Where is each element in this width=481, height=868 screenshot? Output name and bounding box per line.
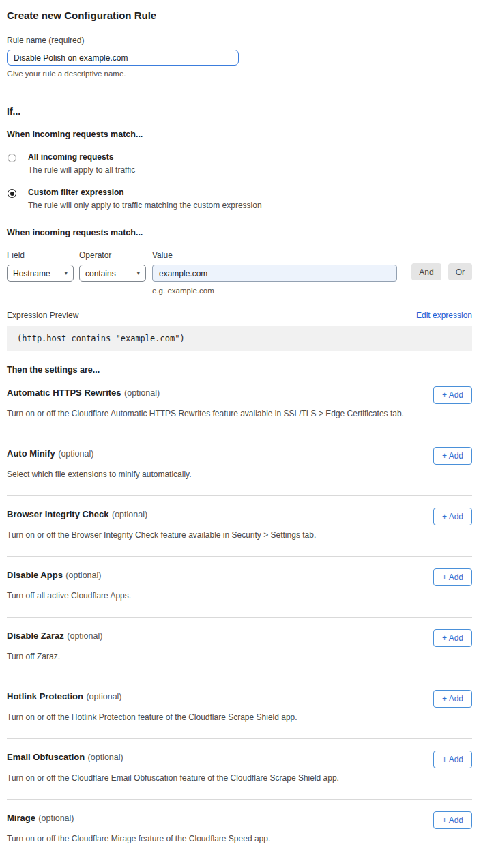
setting-description: Turn on or off the Hotlink Protection fe…: [7, 712, 472, 722]
setting-optional-tag: (optional): [38, 813, 74, 823]
add-setting-button[interactable]: + Add: [433, 447, 472, 465]
setting-optional-tag: (optional): [88, 753, 123, 762]
setting-row: Auto Minify (optional) + Add Select whic…: [7, 435, 472, 495]
setting-description: Turn on or off the Cloudflare Email Obfu…: [7, 773, 472, 783]
setting-row: Disable Apps (optional) + Add Turn off a…: [7, 557, 472, 617]
setting-optional-tag: (optional): [112, 510, 147, 519]
add-setting-button[interactable]: + Add: [433, 386, 472, 404]
expression-preview-header: Expression Preview Edit expression: [7, 310, 472, 320]
add-setting-button[interactable]: + Add: [433, 690, 472, 708]
setting-row: Browser Integrity Check (optional) + Add…: [7, 496, 472, 556]
setting-row: Email Obfuscation (optional) + Add Turn …: [7, 739, 472, 799]
setting-description: Select which file extensions to minify a…: [7, 469, 472, 479]
setting-optional-tag: (optional): [65, 570, 101, 580]
incoming-requests-match-heading: When incoming requests match...: [7, 130, 472, 139]
setting-optional-tag: (optional): [58, 449, 93, 459]
setting-name: Disable Zaraz: [7, 631, 64, 641]
field-select[interactable]: Hostname ▾: [7, 265, 74, 282]
chevron-down-icon: ▾: [136, 270, 140, 276]
value-helper: e.g. example.com: [152, 287, 397, 295]
value-label: Value: [152, 250, 397, 260]
setting-description: Turn off Zaraz.: [7, 652, 472, 661]
expression-preview-label: Expression Preview: [7, 310, 78, 320]
radio-custom-filter-expression[interactable]: Custom filter expression The rule will o…: [7, 188, 472, 210]
chevron-down-icon: ▾: [64, 270, 68, 276]
setting-row: Hotlink Protection (optional) + Add Turn…: [7, 678, 472, 738]
add-setting-button[interactable]: + Add: [433, 508, 472, 525]
setting-name: Browser Integrity Check: [7, 509, 109, 519]
or-button[interactable]: Or: [448, 263, 472, 280]
operator-select-value: contains: [85, 269, 116, 278]
radio-label: All incoming requests: [28, 152, 135, 162]
add-setting-button[interactable]: + Add: [433, 568, 472, 586]
rule-name-label: Rule name (required): [7, 35, 472, 45]
add-setting-button[interactable]: + Add: [433, 751, 472, 768]
edit-expression-link[interactable]: Edit expression: [416, 310, 472, 320]
setting-name: Mirage: [7, 813, 35, 823]
setting-name: Hotlink Protection: [7, 691, 83, 701]
radio-description: The rule will only apply to traffic matc…: [28, 201, 262, 210]
radio-button-icon[interactable]: [8, 154, 16, 162]
setting-name: Auto Minify: [7, 448, 55, 459]
settings-list: Automatic HTTPS Rewrites (optional) + Ad…: [7, 375, 472, 868]
setting-row: Automatic HTTPS Rewrites (optional) + Ad…: [7, 375, 472, 435]
setting-description: Turn off all active Cloudflare Apps.: [7, 591, 472, 601]
setting-row: Opportunistic Encryption (optional) + Ad…: [7, 860, 472, 868]
field-label: Field: [7, 250, 74, 260]
section-divider: [7, 91, 472, 91]
setting-description: Turn on or off the Cloudflare Automatic …: [7, 409, 472, 418]
expression-preview-code: (http.host contains "example.com"): [7, 326, 472, 351]
setting-name: Email Obfuscation: [7, 752, 85, 762]
setting-optional-tag: (optional): [86, 692, 121, 701]
rule-name-group: Rule name (required) Give your rule a de…: [7, 35, 472, 78]
operator-label: Operator: [79, 250, 146, 260]
add-setting-button[interactable]: + Add: [433, 811, 472, 829]
setting-optional-tag: (optional): [124, 388, 160, 398]
create-configuration-rule-page: Create new Configuration Rule Rule name …: [0, 0, 481, 868]
expression-builder-heading: When incoming requests match...: [7, 228, 472, 237]
page-title: Create new Configuration Rule: [7, 10, 472, 21]
radio-label: Custom filter expression: [28, 188, 262, 197]
setting-name: Automatic HTTPS Rewrites: [7, 388, 121, 398]
setting-description: Turn on or off the Browser Integrity Che…: [7, 530, 472, 540]
radio-description: The rule will apply to all traffic: [28, 165, 135, 175]
setting-row: Disable Zaraz (optional) + Add Turn off …: [7, 618, 472, 678]
if-heading: If...: [7, 106, 472, 117]
operator-select[interactable]: contains ▾: [79, 265, 146, 282]
setting-row: Mirage (optional) + Add Turn on or off t…: [7, 800, 472, 860]
setting-name: Disable Apps: [7, 570, 63, 580]
rule-name-input[interactable]: [7, 50, 239, 66]
setting-optional-tag: (optional): [67, 631, 102, 641]
add-setting-button[interactable]: + Add: [433, 629, 472, 647]
field-select-value: Hostname: [13, 269, 50, 278]
and-button[interactable]: And: [411, 263, 441, 280]
then-settings-heading: Then the settings are...: [7, 365, 472, 375]
setting-description: Turn on or off the Cloudflare Mirage fea…: [7, 834, 472, 843]
radio-button-icon-checked[interactable]: [8, 189, 16, 198]
rule-name-helper: Give your rule a descriptive name.: [7, 70, 472, 78]
value-input[interactable]: [152, 265, 397, 282]
radio-all-incoming-requests[interactable]: All incoming requests The rule will appl…: [7, 152, 472, 175]
expression-builder-row: Field Hostname ▾ Operator contains ▾ Val…: [7, 250, 472, 295]
